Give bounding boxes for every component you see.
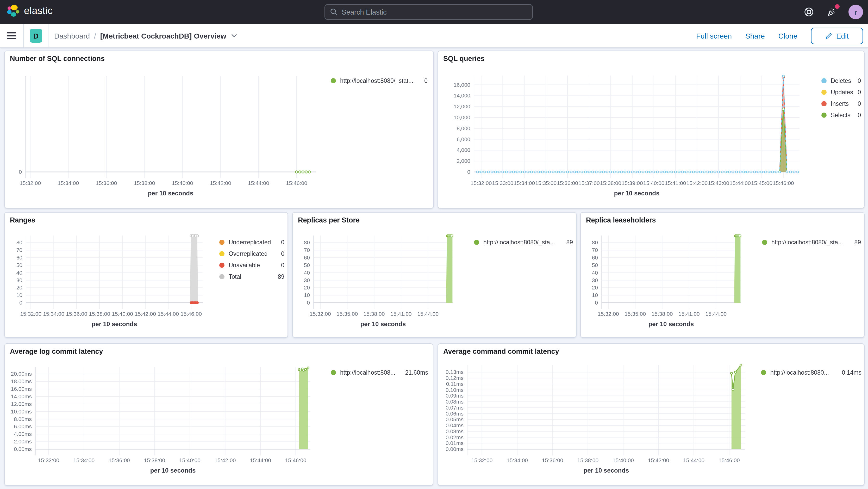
sql-queries-chart[interactable]: 15:32:0015:33:0015:34:0015:35:0015:36:00… (438, 51, 864, 208)
svg-text:0.01ms: 0.01ms (445, 440, 464, 446)
menu-button[interactable] (7, 32, 16, 42)
svg-text:60: 60 (592, 254, 598, 261)
svg-text:30: 30 (304, 277, 310, 283)
life-ring-icon (803, 6, 815, 18)
panel-title[interactable]: Number of SQL connections (10, 55, 105, 63)
panel-ranges: Ranges 15:32:0015:34:0015:36:0015:38:001… (4, 212, 288, 338)
legend-series-dot (219, 240, 224, 245)
avg-command-commit-latency-chart[interactable]: 15:32:0015:34:0015:36:0015:38:0015:40:00… (438, 344, 864, 485)
legend-series-value: 89 (854, 239, 861, 245)
svg-text:0.11ms: 0.11ms (446, 381, 464, 387)
svg-text:15:37:00: 15:37:00 (579, 180, 600, 186)
panel-title[interactable]: Replicas per Store (298, 216, 360, 224)
svg-text:15:35:00: 15:35:00 (337, 311, 358, 317)
svg-text:20: 20 (304, 284, 310, 291)
svg-text:8,000: 8,000 (457, 125, 470, 131)
space-badge[interactable]: D (30, 29, 42, 43)
replica-leaseholders-chart[interactable]: 15:32:0015:35:0015:38:0015:41:0015:44:00… (581, 213, 864, 337)
svg-text:15:43:00: 15:43:00 (708, 180, 729, 186)
chart-legend: http://localhost:808...21.60ms (331, 367, 428, 378)
svg-text:6.00ms: 6.00ms (14, 423, 32, 429)
svg-text:15:36:00: 15:36:00 (557, 180, 578, 186)
legend-item[interactable]: http://localhost:8080/_sta...89 (762, 237, 861, 248)
chart-legend: Underreplicated0Overreplicated0Unavailab… (219, 237, 284, 282)
legend-series-value: 0 (858, 78, 861, 84)
legend-item[interactable]: Total89 (219, 271, 284, 282)
svg-text:0: 0 (19, 300, 22, 306)
avg-log-commit-latency-chart[interactable]: 15:32:0015:34:0015:36:0015:38:0015:40:00… (5, 344, 433, 485)
global-search-input[interactable]: Search Elastic (324, 4, 533, 20)
svg-text:15:46:00: 15:46:00 (773, 180, 794, 186)
legend-series-dot (219, 274, 224, 279)
legend-series-dot (822, 90, 827, 95)
breadcrumb-dashboard-link[interactable]: Dashboard (54, 32, 90, 40)
full-screen-button[interactable]: Full screen (696, 32, 732, 40)
panel-title[interactable]: Ranges (10, 216, 35, 224)
panel-title[interactable]: Replica leaseholders (586, 216, 656, 224)
svg-text:15:32:00: 15:32:00 (310, 311, 331, 317)
svg-text:14,000: 14,000 (454, 92, 470, 98)
svg-text:15:42:00: 15:42:00 (135, 311, 156, 317)
brand-name: elastic (24, 5, 53, 17)
legend-item[interactable]: Inserts0 (822, 98, 861, 110)
svg-text:15:40:00: 15:40:00 (179, 457, 200, 463)
newsfeed-button[interactable] (826, 6, 838, 18)
legend-item[interactable]: http://localhost:8080/_sta...89 (474, 237, 573, 248)
legend-series-label: http://localhost:808... (340, 369, 401, 376)
svg-text:15:33:00: 15:33:00 (492, 180, 514, 186)
svg-text:15:36:00: 15:36:00 (542, 457, 563, 463)
svg-text:15:38:00: 15:38:00 (134, 180, 155, 186)
panel-replica-leaseholders: Replica leaseholders 15:32:0015:35:0015:… (580, 212, 865, 338)
svg-text:0.04ms: 0.04ms (445, 422, 464, 428)
legend-item[interactable]: Updates0 (822, 87, 861, 98)
pencil-icon (825, 32, 833, 39)
legend-item[interactable]: http://localhost:808...21.60ms (331, 367, 428, 378)
legend-item[interactable]: Selects0 (822, 110, 861, 121)
title-menu-button[interactable] (231, 34, 237, 37)
svg-text:50: 50 (17, 262, 22, 268)
svg-text:15:34:00: 15:34:00 (43, 311, 64, 317)
clone-button[interactable]: Clone (778, 32, 798, 40)
elastic-home-link[interactable]: elastic (6, 4, 53, 18)
dashboard-actions: Full screen Share Clone Edit (696, 24, 863, 48)
search-icon (330, 8, 338, 16)
legend-item[interactable]: Deletes0 (822, 75, 861, 87)
edit-button[interactable]: Edit (811, 27, 863, 44)
panel-title[interactable]: Average log commit latency (10, 347, 103, 355)
dashboard-canvas: Number of SQL connections 15:32:0015:34:… (0, 48, 868, 489)
legend-item[interactable]: Unavailable0 (219, 259, 284, 271)
svg-text:15:40:00: 15:40:00 (172, 180, 193, 186)
svg-text:15:44:00: 15:44:00 (683, 457, 705, 463)
app-root: elastic Search Elastic (0, 0, 868, 489)
svg-text:15:46:00: 15:46:00 (718, 457, 740, 463)
sql-connections-chart[interactable]: 15:32:0015:34:0015:36:0015:38:0015:40:00… (5, 51, 433, 208)
panel-title[interactable]: SQL queries (443, 55, 485, 63)
user-avatar[interactable]: r (848, 5, 863, 19)
legend-series-label: Total (229, 274, 274, 280)
legend-item[interactable]: http://localhost:8080...0.14ms (761, 367, 862, 378)
svg-text:15:36:00: 15:36:00 (108, 457, 130, 463)
legend-series-label: http://localhost:8080/_sta... (771, 239, 850, 245)
svg-text:10: 10 (17, 292, 22, 298)
panel-title[interactable]: Average command commit latency (443, 347, 559, 355)
help-button[interactable] (803, 6, 815, 18)
legend-item[interactable]: http://localhost:8080/_stat...0 (331, 75, 428, 87)
svg-text:15:38:00: 15:38:00 (652, 311, 673, 317)
svg-text:30: 30 (17, 277, 22, 283)
replicas-per-store-chart[interactable]: 15:32:0015:35:0015:38:0015:41:0015:44:00… (293, 213, 576, 337)
legend-series-dot (474, 240, 479, 245)
svg-text:15:41:00: 15:41:00 (391, 311, 412, 317)
breadcrumb-separator: / (94, 32, 96, 40)
legend-item[interactable]: Underreplicated0 (219, 237, 284, 248)
chart-legend: Deletes0Updates0Inserts0Selects0 (822, 75, 861, 121)
svg-text:15:44:00: 15:44:00 (730, 180, 751, 186)
svg-text:40: 40 (17, 270, 22, 276)
legend-item[interactable]: Overreplicated0 (219, 248, 284, 259)
legend-series-dot (219, 251, 224, 256)
svg-text:80: 80 (304, 239, 310, 245)
svg-text:0.08ms: 0.08ms (445, 399, 464, 405)
share-button[interactable]: Share (745, 32, 765, 40)
svg-text:15:44:00: 15:44:00 (250, 457, 271, 463)
svg-text:60: 60 (17, 254, 22, 261)
toolbar: D Dashboard / [Metricbeat CockroachDB] O… (0, 24, 868, 48)
